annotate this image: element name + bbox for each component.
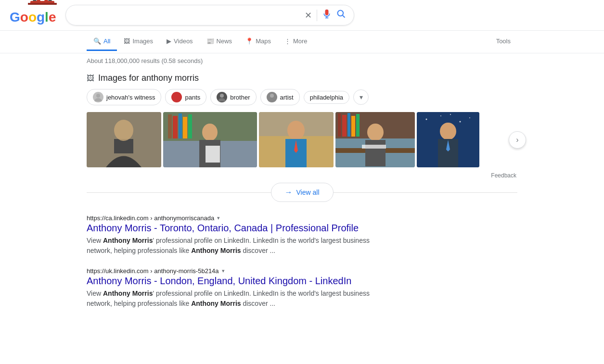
svg-rect-36 — [338, 113, 341, 137]
logo-hat-decoration — [28, 0, 57, 7]
chip-pants[interactable]: pants — [165, 89, 206, 105]
more-icon: ⋮ — [284, 38, 291, 45]
view-all-line-right — [334, 192, 518, 193]
image-header-icon: 🖼 — [87, 74, 94, 83]
chip-jw-label: jehovah's witness — [106, 94, 155, 101]
search-submit-button[interactable] — [336, 9, 346, 21]
view-all-button[interactable]: → View all — [271, 183, 334, 202]
chip-artist[interactable]: artist — [260, 89, 300, 105]
chevron-right-icon: › — [516, 136, 518, 144]
header: Google anthony morris ✕ — [0, 0, 604, 31]
svg-point-8 — [338, 11, 344, 16]
nav-item-all[interactable]: 🔍 All — [87, 33, 117, 51]
nav-more-label: More — [293, 38, 308, 45]
svg-rect-1 — [28, 3, 57, 5]
svg-rect-25 — [188, 114, 192, 138]
search-result-1: https://ca.linkedin.com › anthonymorrisc… — [87, 214, 375, 256]
search-input[interactable]: anthony morris — [74, 11, 300, 20]
thumb1-image — [87, 112, 161, 167]
svg-point-10 — [96, 94, 100, 98]
videos-icon: ▶ — [167, 38, 171, 45]
result-2-title[interactable]: Anthony Morris - London, England, United… — [87, 276, 375, 287]
search-bar-container: anthony morris ✕ — [65, 5, 354, 25]
svg-point-48 — [460, 121, 461, 123]
nav-tools-button[interactable]: Tools — [489, 33, 517, 51]
svg-point-12 — [220, 94, 224, 98]
images-section-header: 🖼 Images for anthony morris — [87, 73, 517, 83]
svg-point-47 — [440, 115, 441, 116]
chip-artist-label: artist — [280, 94, 294, 101]
svg-point-50 — [450, 114, 451, 115]
feedback-text[interactable]: Feedback — [87, 172, 517, 179]
mic-icon — [322, 9, 332, 19]
nav-maps-label: Maps — [256, 38, 271, 45]
image-thumb-5[interactable] — [417, 112, 479, 167]
svg-point-31 — [287, 121, 305, 140]
svg-rect-39 — [351, 116, 355, 137]
nav-item-news[interactable]: 📰 News — [200, 33, 239, 51]
nav-item-videos[interactable]: ▶ Videos — [160, 33, 200, 51]
search-results: https://ca.linkedin.com › anthonymorrisc… — [0, 214, 604, 309]
filter-chips-row: jehovah's witness pants brother artist p… — [87, 89, 517, 105]
image-thumb-1[interactable] — [87, 112, 161, 167]
search-icon — [336, 9, 346, 19]
result-1-url-row: https://ca.linkedin.com › anthonymorrisc… — [87, 214, 375, 222]
results-info: About 118,000,000 results (0.58 seconds) — [0, 53, 604, 68]
result-1-title[interactable]: Anthony Morris - Toronto, Ontario, Canad… — [87, 223, 375, 234]
nav-item-more[interactable]: ⋮ More — [278, 33, 314, 51]
svg-rect-22 — [173, 116, 178, 138]
next-button[interactable]: › — [509, 131, 526, 149]
news-icon: 📰 — [206, 38, 214, 45]
result-2-dropdown-icon[interactable]: ▾ — [222, 268, 225, 274]
result-1-dropdown-icon[interactable]: ▾ — [217, 215, 220, 221]
result-2-url-text: https://uk.linkedin.com › anthony-morris… — [87, 267, 219, 275]
chip-philadelphia[interactable]: philadelphia — [304, 91, 349, 104]
svg-marker-2 — [37, 0, 40, 1]
thumb3-image — [259, 112, 334, 167]
thumb2-image — [163, 112, 257, 167]
svg-line-9 — [343, 15, 345, 18]
view-all-line-left — [87, 192, 271, 193]
chip-avatar-pants — [171, 92, 182, 102]
chip-jehovahs-witness[interactable]: jehovah's witness — [87, 89, 161, 105]
mic-button[interactable] — [322, 9, 332, 21]
search-result-2: https://uk.linkedin.com › anthony-morris… — [87, 267, 375, 309]
search-bar: anthony morris ✕ — [65, 5, 354, 25]
result-1-snippet: View Anthony Morris' professional profil… — [87, 236, 375, 256]
svg-rect-43 — [365, 140, 386, 166]
svg-rect-21 — [168, 114, 172, 138]
view-all-label: View all — [296, 188, 320, 196]
nav-tools-label: Tools — [496, 38, 511, 45]
chip-avatar-jw — [93, 92, 103, 102]
arrow-right-icon: → — [285, 188, 293, 197]
nav-news-label: News — [217, 38, 232, 45]
result-1-url-text: https://ca.linkedin.com › anthonymorrisc… — [87, 214, 214, 222]
nav-item-images[interactable]: 🖼 Images — [117, 33, 160, 51]
image-thumb-4[interactable] — [335, 112, 415, 167]
svg-rect-44 — [362, 145, 386, 149]
image-thumb-2[interactable] — [163, 112, 257, 167]
svg-rect-28 — [206, 146, 220, 163]
svg-marker-4 — [33, 0, 37, 1]
results-count: About 118,000,000 results (0.58 seconds) — [87, 57, 203, 64]
view-all-container: → View all — [87, 183, 517, 202]
svg-rect-38 — [347, 113, 350, 137]
image-thumb-3[interactable] — [259, 112, 334, 167]
chip-more-button[interactable]: ▾ — [353, 89, 369, 105]
svg-point-51 — [440, 123, 456, 140]
svg-point-13 — [270, 94, 274, 98]
nav-videos-label: Videos — [174, 38, 193, 45]
chevron-down-icon: ▾ — [360, 93, 363, 101]
svg-point-18 — [114, 120, 133, 141]
nav-bar: 🔍 All 🖼 Images ▶ Videos 📰 News 📍 Maps ⋮ … — [0, 31, 604, 53]
clear-button[interactable]: ✕ — [305, 10, 312, 21]
svg-point-46 — [426, 119, 427, 120]
chip-pants-label: pants — [185, 94, 200, 101]
chip-brother[interactable]: brother — [210, 89, 256, 105]
google-logo[interactable]: Google — [10, 6, 56, 25]
chip-avatar-artist — [267, 92, 277, 102]
chip-brother-label: brother — [230, 94, 250, 101]
nav-item-maps[interactable]: 📍 Maps — [239, 33, 278, 51]
svg-rect-11 — [173, 93, 180, 101]
chip-avatar-brother — [217, 92, 227, 102]
